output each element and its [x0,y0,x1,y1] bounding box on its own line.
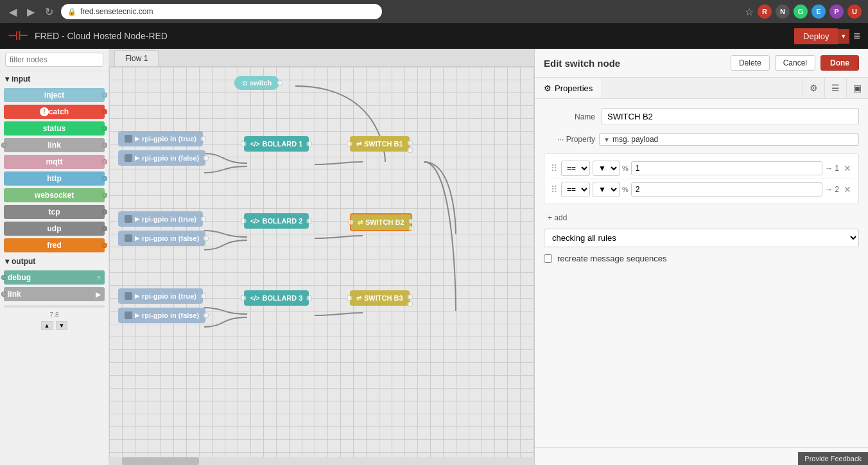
delete-button[interactable]: Delete [731,55,770,71]
rule-output-2: → 2 [825,185,839,194]
zoom-in-button[interactable]: ▲ [41,321,53,330]
bollard-icon-1: </> [250,141,259,148]
property-value[interactable]: msg. payload [612,135,658,144]
port-right [102,159,107,164]
ext1-icon[interactable]: E [812,4,826,19]
canvas-bollard-1[interactable]: </> BOLLARD 1 [244,136,309,152]
section-header-output[interactable]: ▾ output [0,254,108,269]
node-label-udp: udp [48,224,62,233]
canvas-bollard-2[interactable]: </> BOLLARD 2 [244,213,309,229]
property-dropdown-arrow: ▼ [603,136,610,143]
filter-nodes-input[interactable] [5,53,103,67]
sidebar-item-udp[interactable]: udp [4,222,105,236]
rule-delete-btn-2[interactable]: ✕ [842,184,853,195]
sidebar-item-tcp[interactable]: tcp [4,205,105,219]
deploy-dropdown-button[interactable]: ▾ [838,29,849,44]
sidebar-item-catch[interactable]: ! catch [4,105,105,119]
canvas-rpi-false-2[interactable]: ▶ rpi-gpio in (false) [118,231,205,246]
canvas-bollard-3[interactable]: </> BOLLARD 3 [244,290,309,306]
port-right [277,80,282,86]
switch-b3-label: SWITCH B3 [364,294,403,302]
sidebar-item-http[interactable]: http [4,171,105,186]
node-label-tcp: tcp [49,207,60,216]
cancel-button[interactable]: Cancel [775,55,815,71]
url-text: fred.sensetecnic.com [80,7,153,16]
scrollbar-thumb[interactable] [122,457,199,465]
sidebar-item-link-out[interactable]: link ▶ [4,287,105,301]
property-label: ··· Property [544,135,595,144]
canvas-rpi-false-3[interactable]: ▶ rpi-gpio in (false) [118,308,205,323]
rule-value-2[interactable] [631,182,822,197]
sidebar-item-inject[interactable]: inject [4,88,105,102]
port-right [102,209,107,215]
rule-delete-btn-1[interactable]: ✕ [842,163,853,173]
profile-icon[interactable]: P [829,4,844,19]
canvas-rpi-true-3[interactable]: ▶ rpi-gpio in (true) [118,288,203,304]
rpi-icon-arrow-f1: ▶ [135,155,139,161]
port-left [1,292,6,297]
sidebar-item-websocket[interactable]: websocket [4,188,105,202]
deploy-button[interactable]: Deploy [794,28,838,44]
done-button[interactable]: Done [820,55,859,71]
port-left [348,220,354,225]
canvas-switch-b1[interactable]: ⇌ SWITCH B1 [350,136,410,152]
hamburger-menu-button[interactable]: ≡ [853,30,860,43]
canvas-rpi-true-2[interactable]: ▶ rpi-gpio in (true) [118,211,203,227]
sidebar-item-debug[interactable]: debug ≡ [4,270,105,285]
reload-button[interactable]: ↻ [42,4,56,19]
recreate-checkbox[interactable] [544,254,552,263]
back-button[interactable]: ◀ [6,4,19,19]
rules-container: ⠿ == != < > ▼ % → 1 ✕ [544,154,859,204]
news-icon[interactable]: N [776,4,790,19]
name-input[interactable] [602,108,859,125]
canvas-switch-b3[interactable]: ⇌ SWITCH B3 [350,290,410,306]
forward-button[interactable]: ▶ [24,4,37,19]
rpi-icon-arrow-3: ▶ [135,293,139,299]
sidebar-item-status[interactable]: status [4,121,105,136]
canvas-scrollbar[interactable] [109,457,534,465]
sidebar-item-link-in[interactable]: link [4,138,105,152]
edit-panel: Edit switch node Delete Cancel Done ⚙ Pr… [534,49,868,465]
rss-icon[interactable]: R [758,4,772,19]
port-right [102,92,107,98]
port-right-bottom [408,225,414,231]
rule-value-1[interactable] [631,161,822,175]
add-rule-button[interactable]: + add [544,211,571,225]
section-header-input[interactable]: ▾ input [0,71,108,87]
tab-properties[interactable]: ⚙ Properties [535,78,602,98]
drag-handle-2[interactable]: ⠿ [550,184,559,195]
flow-canvas[interactable]: ⊙ switch ▶ rpi-gpio in (true) ▶ rpi-gpio… [109,67,534,465]
sidebar-item-mqtt[interactable]: mqtt [4,155,105,169]
star-icon[interactable]: ☆ [745,6,754,18]
g-icon[interactable]: G [794,4,808,19]
user-icon[interactable]: U [847,4,862,19]
rule-type-2[interactable]: ▼ [593,182,620,197]
checking-select[interactable]: checking all rules stopping after first … [544,229,859,247]
app-title: FRED - Cloud Hosted Node-RED [35,31,168,41]
app-logo: ⊣⊢ [8,29,28,43]
node-label-inject: inject [44,91,64,100]
drag-handle-1[interactable]: ⠿ [550,163,559,173]
provide-feedback-button[interactable]: Provide Feedback [798,452,868,465]
rule-type-1[interactable]: ▼ [593,161,620,176]
canvas-switch-b2[interactable]: ⇌ SWITCH B2 [350,213,412,231]
port-right [102,193,107,198]
canvas-rpi-false-1[interactable]: ▶ rpi-gpio in (false) [118,150,205,166]
sidebar-item-fred[interactable]: fred [4,238,105,252]
canvas-rpi-true-1[interactable]: ▶ rpi-gpio in (true) [118,131,203,146]
switch-b3-icon: ⇌ [356,295,361,302]
rule-operator-1[interactable]: == != < > [561,161,590,176]
canvas-switch-toggle-node[interactable]: ⊙ switch [234,76,279,90]
rule-row-1: ⠿ == != < > ▼ % → 1 ✕ [548,158,855,179]
zoom-out-button[interactable]: ▼ [56,321,68,330]
info-icon-btn[interactable]: ▣ [846,78,868,98]
description-icon-btn[interactable]: ☰ [824,78,846,98]
rule-operator-2[interactable]: == != [561,182,590,197]
dots-icon: ··· [557,135,564,144]
url-bar[interactable]: 🔒 fred.sensetecnic.com [61,4,382,19]
settings-icon-btn[interactable]: ⚙ [803,78,824,98]
flow-tab-1[interactable]: Flow 1 [114,50,159,66]
tab-properties-label: Properties [555,83,593,93]
section-label-input: input [12,75,30,83]
section-label-output: output [12,257,35,266]
